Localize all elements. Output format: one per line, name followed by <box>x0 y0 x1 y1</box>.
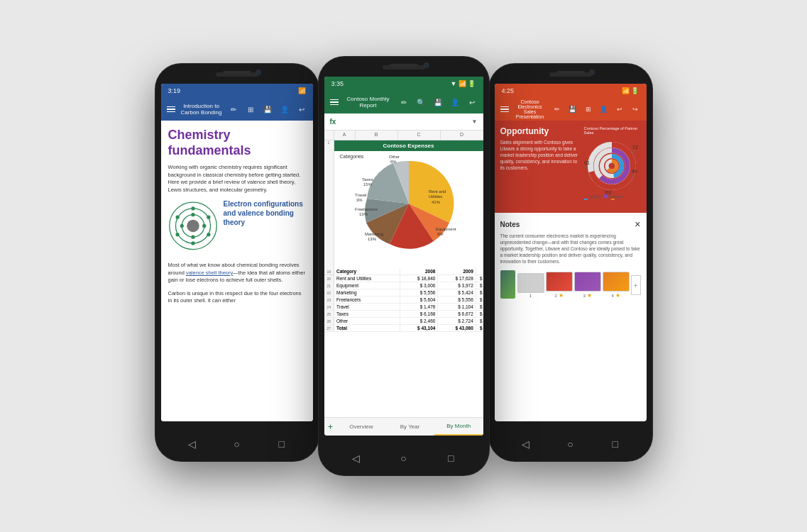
tab-overview[interactable]: Overview <box>337 418 386 436</box>
svg-text:Freelancers: Freelancers <box>355 207 378 211</box>
ppt-notes-close-button[interactable]: × <box>635 218 640 230</box>
svg-text:Marketing: Marketing <box>365 232 383 236</box>
word-save-icon[interactable]: 💾 <box>262 104 273 115</box>
svg-text:41%: 41% <box>432 200 441 204</box>
svg-point-0 <box>187 220 199 233</box>
excel-time: 3:35 <box>331 80 344 87</box>
excel-edit-icon[interactable]: ✏ <box>398 96 410 108</box>
ppt-menu-button[interactable]: □ <box>608 437 622 451</box>
back-button[interactable]: ◁ <box>185 437 199 451</box>
svg-point-5 <box>202 224 206 228</box>
word-edit-icon[interactable]: ✏ <box>228 104 239 115</box>
chart-cell: Contoso Expenses Categories <box>334 140 483 268</box>
home-button[interactable]: ○ <box>229 437 243 451</box>
ppt-slide-right: Contoso Percentage of Partner Sales <box>584 126 641 207</box>
ppt-toolbar: Contoso Electronics Sales Presentation ✏… <box>495 98 647 121</box>
add-slide-button[interactable]: + <box>631 275 641 295</box>
word-time: 3:19 <box>168 87 181 94</box>
svg-rect-48 <box>584 199 588 200</box>
row-nums-1-18: 1 <box>324 140 334 268</box>
ppt-share-icon[interactable]: 👤 <box>598 104 610 115</box>
excel-content-area: A B C D 1 Contoso Expenses <box>324 131 483 417</box>
add-sheet-button[interactable]: + <box>324 418 337 436</box>
ppt-image-1 <box>500 270 515 299</box>
svg-text:3%: 3% <box>356 198 363 202</box>
phone-camera <box>256 70 261 75</box>
svg-text:Rent and: Rent and <box>429 189 446 194</box>
word-status-icons: 📶 <box>298 87 306 94</box>
svg-text:Other: Other <box>389 155 400 159</box>
word-phone: 3:19 📶 Introduction to Carbon Bonding ✏ … <box>155 64 319 461</box>
excel-back-button[interactable]: ◁ <box>349 451 363 465</box>
ppt-redo-icon[interactable]: ↪ <box>630 104 641 115</box>
ppt-undo-icon[interactable]: ↩ <box>614 104 625 115</box>
excel-camera <box>424 62 429 68</box>
col-headers: A B C D <box>334 131 483 140</box>
word-heading: Chemistry fundamentals <box>168 128 306 158</box>
chart-categories-label: Categories <box>340 154 364 159</box>
ppt-layout-icon[interactable]: ⊞ <box>583 104 594 115</box>
ppt-home-button[interactable]: ○ <box>563 437 577 451</box>
word-content: Chemistry fundamentals Working with orga… <box>161 121 313 421</box>
svg-text:%: % <box>632 174 635 178</box>
word-layout-icon[interactable]: ⊞ <box>245 104 256 115</box>
ppt-thumb-3[interactable] <box>574 272 601 292</box>
word-bottom-bar: ◁ ○ □ <box>155 427 319 461</box>
ppt-menu-icon[interactable] <box>500 106 509 113</box>
ppt-thumb-4-wrap: 4 ★ <box>603 272 630 299</box>
svg-point-13 <box>175 216 179 219</box>
svg-point-10 <box>207 233 210 236</box>
svg-point-4 <box>191 213 194 216</box>
word-menu-icon[interactable] <box>167 106 175 113</box>
excel-undo-icon[interactable]: ↩ <box>466 96 478 108</box>
svg-text:Utilities: Utilities <box>429 194 442 199</box>
row-numbers-header <box>324 131 334 140</box>
word-status-bar: 3:19 📶 <box>161 84 313 98</box>
ppt-thumb-2[interactable] <box>546 272 573 292</box>
svg-rect-46 <box>604 194 608 198</box>
word-body2: Most of what we know about chemical bond… <box>168 262 306 284</box>
svg-text:9%: 9% <box>437 232 444 236</box>
tab-by-month[interactable]: By Month <box>434 418 483 436</box>
svg-text:%: % <box>632 150 636 154</box>
excel-screen: 3:35 ▼ 📶 🔋 Contoso Monthly Report ✏ 🔍 💾 … <box>324 77 483 436</box>
svg-point-6 <box>191 235 194 239</box>
excel-save-icon[interactable]: 💾 <box>432 96 444 108</box>
ppt-thumb-3-wrap: 3 ★ <box>574 272 601 299</box>
svg-rect-44 <box>584 194 588 198</box>
ppt-thumb-4[interactable] <box>603 272 630 292</box>
ppt-camera <box>589 70 595 75</box>
pie-chart-area: Categories <box>334 151 483 256</box>
tab-by-year[interactable]: By Year <box>385 418 434 436</box>
ppt-slide-main: Opportunity Sales alignment with Contoso… <box>495 121 647 213</box>
ppt-thumb-2-wrap: 2 ★ <box>546 272 573 299</box>
excel-share-icon[interactable]: 👤 <box>449 96 461 108</box>
menu-button[interactable]: □ <box>275 437 289 451</box>
svg-point-11 <box>191 241 194 245</box>
ppt-back-button[interactable]: ◁ <box>518 437 532 451</box>
excel-menu-button[interactable]: □ <box>444 451 458 465</box>
formula-bar[interactable]: fx ▼ <box>324 113 483 131</box>
svg-point-12 <box>175 233 179 236</box>
ppt-speaker <box>556 71 585 74</box>
excel-bottom-bar: ◁ ○ □ <box>319 441 489 475</box>
word-link[interactable]: valence shell theory <box>186 270 233 276</box>
excel-toolbar: Contoso Monthly Report ✏ 🔍 💾 👤 ↩ <box>324 91 483 113</box>
excel-menu-icon[interactable] <box>330 99 339 106</box>
ppt-thumb-1[interactable] <box>517 273 544 293</box>
word-undo-icon[interactable]: ↩ <box>296 104 307 115</box>
word-h2-section: Electron configurations and valence bond… <box>224 199 306 256</box>
ppt-edit-icon[interactable]: ✏ <box>551 104 563 115</box>
ppt-title: Contoso Electronics Sales Presentation <box>513 99 547 119</box>
atom-diagram <box>168 199 218 256</box>
ppt-save-icon[interactable]: 💾 <box>567 104 578 115</box>
excel-home-button[interactable]: ○ <box>396 451 410 465</box>
svg-text:Travel: Travel <box>355 193 366 197</box>
ppt-bottom-bar: ◁ ○ □ <box>489 427 652 461</box>
ppt-thumb-4-label: 4 ★ <box>603 292 630 299</box>
ppt-thumb-1-wrap: 1 <box>517 273 544 298</box>
phones-container: 3:19 📶 Introduction to Carbon Bonding ✏ … <box>141 35 666 497</box>
excel-search-icon[interactable]: 🔍 <box>415 96 427 108</box>
ppt-screen: 4:25 📶 🔋 Contoso Electronics Sales Prese… <box>495 84 647 421</box>
word-share-icon[interactable]: 👤 <box>279 104 290 115</box>
